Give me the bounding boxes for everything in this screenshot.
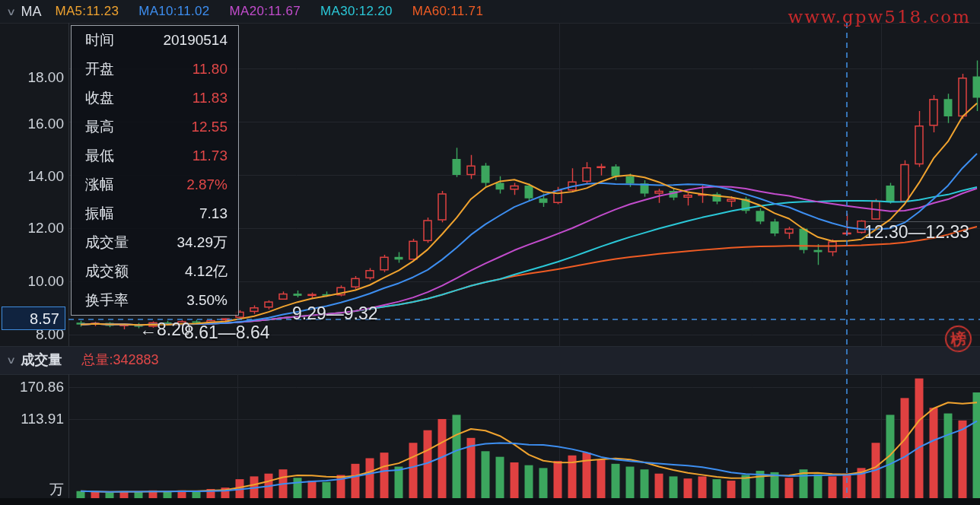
price-tick-16: 16.00 bbox=[0, 116, 64, 132]
tooltip-row-turnover: 成交额4.12亿 bbox=[72, 257, 238, 286]
tooltip-row-close: 收盘11.83 bbox=[72, 84, 238, 113]
tooltip-row-amplitude: 振幅7.13 bbox=[72, 199, 238, 228]
tooltip-value: 4.12亿 bbox=[185, 262, 228, 281]
stock-chart-app: ∨ MA MA5:11.23 MA10:11.02 MA20:11.67 MA3… bbox=[0, 0, 980, 505]
tooltip-value: 2.87% bbox=[186, 176, 228, 193]
chevron-down-icon[interactable]: ∨ bbox=[6, 354, 16, 366]
annotation-low-price: ←8.20 bbox=[139, 319, 191, 340]
volume-unit-label: 万 bbox=[0, 481, 64, 498]
tooltip-value: 11.73 bbox=[192, 148, 228, 164]
site-watermark: www.gpw518.com bbox=[788, 7, 971, 27]
chevron-down-icon[interactable]: ∨ bbox=[6, 6, 16, 17]
ma5-value: MA5:11.23 bbox=[56, 4, 119, 19]
annotation-gap-3: 12.30—12.33 bbox=[864, 222, 969, 243]
indicator-name[interactable]: MA bbox=[21, 4, 42, 20]
ma10-value: MA10:11.02 bbox=[138, 4, 209, 19]
price-tick-12: 12.00 bbox=[0, 220, 64, 237]
tooltip-value: 3.50% bbox=[186, 292, 228, 309]
tooltip-row-open: 开盘11.80 bbox=[72, 55, 238, 84]
ma60-value: MA60:11.71 bbox=[412, 4, 483, 19]
tooltip-row-high: 最高12.55 bbox=[72, 113, 238, 141]
tooltip-row-turnover-rate: 换手率3.50% bbox=[72, 286, 238, 315]
tooltip-value: 11.83 bbox=[192, 90, 228, 106]
tooltip-value: 11.80 bbox=[192, 61, 228, 78]
annotation-gap-1: 8.61—8.64 bbox=[184, 322, 270, 343]
ohlc-tooltip: 时间20190514 开盘11.80 收盘11.83 最高12.55 最低11.… bbox=[71, 25, 239, 316]
volume-title[interactable]: 成交量 bbox=[21, 351, 62, 369]
tooltip-value: 7.13 bbox=[199, 205, 228, 222]
ma20-value: MA20:11.67 bbox=[230, 4, 301, 19]
tooltip-value: 12.55 bbox=[191, 119, 228, 135]
volume-tick-mid: 113.91 bbox=[0, 411, 64, 427]
price-tick-18: 18.00 bbox=[0, 69, 64, 86]
tooltip-row-change: 涨幅2.87% bbox=[72, 170, 238, 199]
volume-tick-high: 170.86 bbox=[0, 379, 64, 395]
tooltip-row-volume: 成交量34.29万 bbox=[72, 228, 238, 257]
ma30-value: MA30:12.20 bbox=[320, 4, 393, 19]
crosshair-price-label: 8.57 bbox=[2, 306, 65, 330]
tooltip-value: 20190514 bbox=[163, 32, 228, 49]
price-tick-14: 14.00 bbox=[0, 168, 64, 185]
volume-total: 总量:342883 bbox=[82, 351, 159, 369]
volume-header: ∨ 成交量 总量:342883 bbox=[0, 346, 980, 373]
price-tick-10: 10.00 bbox=[0, 273, 64, 290]
tooltip-row-date: 时间20190514 bbox=[72, 26, 238, 55]
tooltip-value: 34.29万 bbox=[177, 233, 228, 252]
tooltip-row-low: 最低11.73 bbox=[72, 141, 238, 170]
annotation-gap-2: 9.29—9.32 bbox=[292, 303, 378, 324]
